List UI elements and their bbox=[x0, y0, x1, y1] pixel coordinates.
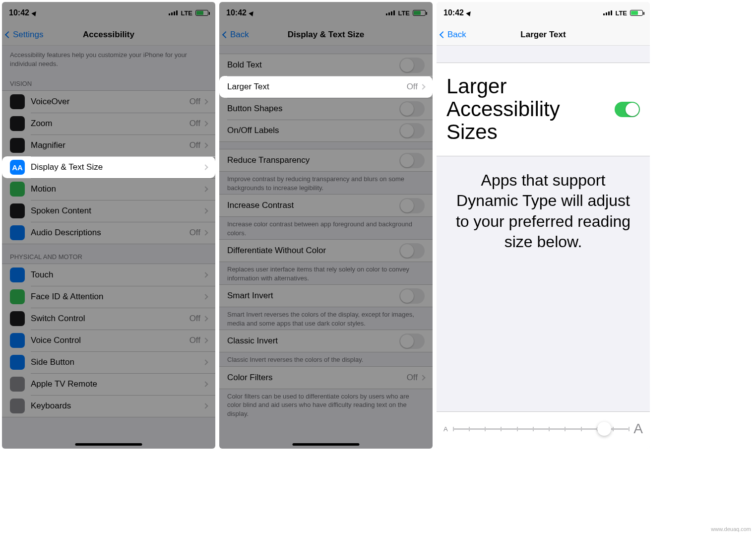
toggle-differentiate[interactable] bbox=[399, 243, 425, 259]
row-label: Face ID & Attention bbox=[31, 292, 203, 302]
battery-icon bbox=[630, 10, 643, 16]
row-classic-invert[interactable]: Classic Invert bbox=[219, 330, 433, 352]
back-button[interactable]: Settings bbox=[6, 30, 83, 40]
back-label: Settings bbox=[13, 30, 43, 40]
row-differentiate[interactable]: Differentiate Without Color bbox=[219, 240, 433, 262]
row-value: Off bbox=[189, 314, 200, 324]
group-physical: TouchFace ID & AttentionSwitch ControlOf… bbox=[2, 264, 215, 417]
location-arrow-icon bbox=[249, 9, 255, 16]
note-smart-invert: Smart Invert reverses the colors of the … bbox=[219, 307, 433, 330]
list-row[interactable]: Switch ControlOff bbox=[2, 308, 215, 330]
row-bold-text[interactable]: Bold Text bbox=[219, 54, 433, 76]
signal-icon bbox=[169, 10, 178, 15]
toggle-bold-text[interactable] bbox=[399, 58, 425, 73]
text-size-slider[interactable]: A A bbox=[437, 411, 650, 449]
row-icon: AA bbox=[10, 160, 25, 175]
row-increase-contrast[interactable]: Increase Contrast bbox=[219, 195, 433, 216]
list-row[interactable]: Audio DescriptionsOff bbox=[2, 222, 215, 244]
list-row[interactable]: Spoken Content bbox=[2, 200, 215, 222]
list-row[interactable]: Motion bbox=[2, 178, 215, 200]
status-time: 10:42 bbox=[443, 8, 464, 17]
home-indicator[interactable] bbox=[75, 443, 142, 446]
toggle-increase-contrast[interactable] bbox=[399, 198, 425, 213]
group-header-vision: VISION bbox=[2, 71, 215, 90]
list-row[interactable]: VoiceOverOff bbox=[2, 91, 215, 113]
row-label: Motion bbox=[31, 184, 203, 194]
list-row[interactable]: MagnifierOff bbox=[2, 134, 215, 156]
row-smart-invert[interactable]: Smart Invert bbox=[219, 285, 433, 307]
row-icon bbox=[10, 203, 25, 218]
row-label: Spoken Content bbox=[31, 206, 203, 216]
status-bar: 10:42 LTE bbox=[437, 2, 650, 24]
list-row[interactable]: Side Button bbox=[2, 351, 215, 373]
slider-thumb[interactable] bbox=[597, 422, 611, 436]
status-bar: 10:42 LTE bbox=[219, 2, 433, 24]
location-arrow-icon bbox=[31, 9, 38, 16]
row-button-shapes[interactable]: Button Shapes bbox=[219, 98, 433, 120]
row-larger-accessibility-sizes[interactable]: Larger Accessibility Sizes bbox=[437, 63, 650, 156]
back-button[interactable]: Back bbox=[441, 30, 520, 40]
toggle-reduce-transparency[interactable] bbox=[399, 153, 425, 168]
status-time: 10:42 bbox=[226, 8, 247, 17]
signal-icon bbox=[386, 10, 395, 15]
slider-track[interactable] bbox=[453, 428, 629, 430]
chevron-right-icon bbox=[202, 294, 208, 299]
toggle-onoff-labels[interactable] bbox=[399, 123, 425, 138]
list-row[interactable]: AADisplay & Text Size bbox=[2, 156, 215, 178]
chevron-left-icon bbox=[5, 31, 12, 38]
toggle-button-shapes[interactable] bbox=[399, 101, 425, 117]
group-vision: VoiceOverOffZoomOffMagnifierOffAADisplay… bbox=[2, 90, 215, 244]
row-icon bbox=[10, 225, 25, 240]
row-icon bbox=[10, 116, 25, 131]
group-header-physical: PHYSICAL AND MOTOR bbox=[2, 244, 215, 264]
list-row[interactable]: Keyboards bbox=[2, 395, 215, 417]
row-label: Side Button bbox=[31, 357, 203, 367]
list-row[interactable]: ZoomOff bbox=[2, 113, 215, 134]
row-icon bbox=[10, 311, 25, 326]
row-icon bbox=[10, 355, 25, 370]
chevron-right-icon bbox=[202, 272, 208, 277]
letter-a-large-icon: A bbox=[633, 421, 643, 437]
row-value: Off bbox=[189, 119, 200, 129]
list-row[interactable]: Voice ControlOff bbox=[2, 330, 215, 351]
row-reduce-transparency[interactable]: Reduce Transparency bbox=[219, 149, 433, 171]
toggle-classic-invert[interactable] bbox=[399, 334, 425, 349]
row-label: Apple TV Remote bbox=[31, 379, 203, 389]
chevron-right-icon bbox=[202, 359, 208, 365]
note-color-filters: Color filters can be used to differentia… bbox=[219, 389, 433, 420]
row-icon bbox=[10, 333, 25, 348]
network-label: LTE bbox=[615, 9, 627, 17]
chevron-left-icon bbox=[440, 31, 446, 38]
network-label: LTE bbox=[398, 9, 410, 17]
chevron-right-icon bbox=[202, 121, 208, 126]
note-classic-invert: Classic Invert reverses the colors of th… bbox=[219, 352, 433, 366]
row-color-filters[interactable]: Color Filters Off bbox=[219, 367, 433, 389]
network-label: LTE bbox=[181, 9, 192, 17]
toggle-larger-sizes[interactable] bbox=[615, 102, 640, 117]
location-arrow-icon bbox=[466, 9, 472, 16]
toggle-smart-invert[interactable] bbox=[399, 288, 425, 304]
intro-text: Accessibility features help you customiz… bbox=[2, 46, 215, 71]
row-label: Magnifier bbox=[31, 140, 189, 150]
chevron-right-icon bbox=[202, 230, 208, 235]
list-row[interactable]: Touch bbox=[2, 264, 215, 286]
home-indicator[interactable] bbox=[293, 443, 360, 446]
chevron-right-icon bbox=[202, 381, 208, 387]
row-onoff-labels[interactable]: On/Off Labels bbox=[219, 120, 433, 141]
signal-icon bbox=[603, 10, 612, 15]
list-row[interactable]: Face ID & Attention bbox=[2, 286, 215, 308]
back-button[interactable]: Back bbox=[223, 30, 288, 40]
row-icon bbox=[10, 268, 25, 282]
chevron-right-icon bbox=[420, 375, 425, 380]
row-icon bbox=[10, 289, 25, 304]
row-larger-text[interactable]: Larger Text Off bbox=[219, 76, 433, 98]
row-label: Zoom bbox=[31, 119, 189, 129]
screen-display-text-size: 10:42 LTE Back Display & Text Size Bold … bbox=[219, 2, 433, 449]
screen-larger-text: 10:42 LTE Back Larger Text Larger Access… bbox=[437, 2, 650, 449]
nav-bar: Back Display & Text Size bbox=[219, 24, 433, 46]
back-label: Back bbox=[230, 30, 249, 40]
nav-title: Display & Text Size bbox=[288, 30, 365, 40]
nav-bar: Back Larger Text bbox=[437, 24, 650, 46]
chevron-right-icon bbox=[202, 164, 208, 170]
list-row[interactable]: Apple TV Remote bbox=[2, 373, 215, 395]
